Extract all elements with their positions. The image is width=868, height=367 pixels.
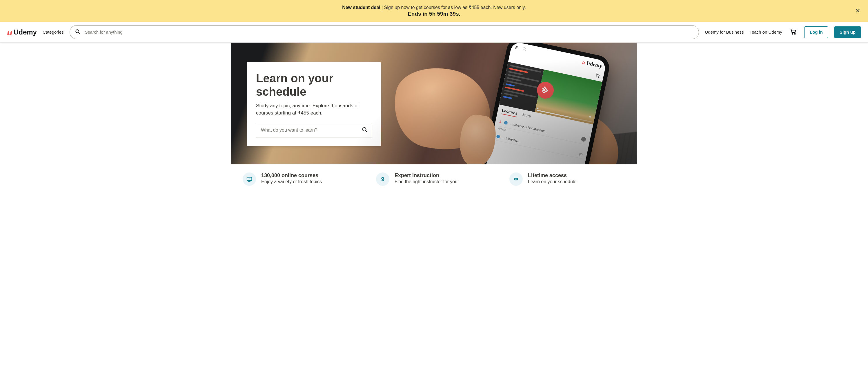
status-dot-icon <box>496 134 500 139</box>
hero-image: u Udemy <box>231 42 637 164</box>
hero-search-input[interactable] <box>256 123 372 137</box>
svg-point-9 <box>382 178 383 179</box>
hero-search-button[interactable] <box>360 125 370 136</box>
header: u Udemy Categories Udemy for Business Te… <box>0 22 868 42</box>
phone-logo: u Udemy <box>582 59 602 69</box>
phone-mockup: u Udemy <box>477 42 612 164</box>
signup-button[interactable]: Sign up <box>834 26 861 38</box>
teach-link[interactable]: Teach on Udemy <box>749 30 782 34</box>
play-monitor-icon <box>243 173 256 186</box>
promo-bold: New student deal <box>342 5 380 10</box>
hero-card: Learn on your schedule Study any topic, … <box>247 62 381 146</box>
phone-tab-more: More <box>522 113 531 120</box>
logo-text: Udemy <box>13 28 37 36</box>
feature-lifetime: Lifetime access Learn on your schedule <box>509 173 625 186</box>
promo-text: New student deal | Sign up now to get co… <box>11 5 857 10</box>
feature-expert: Expert instruction Find the right instru… <box>376 173 492 186</box>
menu-icon <box>514 45 520 52</box>
categories-link[interactable]: Categories <box>42 30 64 34</box>
phone-tab-lectures: Lectures <box>501 108 518 117</box>
cart-icon <box>790 32 797 36</box>
features-row: 130,000 online courses Enjoy a variety o… <box>231 164 637 189</box>
svg-point-6 <box>363 127 366 131</box>
search-icon <box>362 130 368 134</box>
login-button[interactable]: Log in <box>804 26 828 38</box>
infinity-icon <box>509 173 523 186</box>
feature-title: 130,000 online courses <box>261 173 322 179</box>
logo-mark-icon: u <box>7 27 12 37</box>
close-icon <box>855 9 861 14</box>
search-input[interactable] <box>69 25 699 39</box>
svg-point-4 <box>596 77 597 77</box>
hero-subtitle: Study any topic, anytime. Explore thousa… <box>256 102 372 117</box>
award-icon <box>376 173 390 186</box>
cart-button[interactable] <box>788 26 799 38</box>
promo-banner: New student deal | Sign up now to get co… <box>0 0 868 22</box>
phone-screen: u Udemy <box>482 42 607 164</box>
svg-point-3 <box>523 47 525 50</box>
header-search <box>69 25 699 39</box>
svg-point-1 <box>792 34 793 34</box>
play-small-icon <box>537 107 539 110</box>
svg-point-5 <box>598 77 599 78</box>
feature-title: Lifetime access <box>528 173 576 179</box>
feature-courses: 130,000 online courses Enjoy a variety o… <box>243 173 359 186</box>
svg-point-0 <box>76 30 79 33</box>
feature-title: Expert instruction <box>395 173 458 179</box>
status-dot-icon <box>504 121 508 125</box>
promo-countdown: Ends in 5h 59m 39s. <box>11 11 857 17</box>
hero-search <box>256 123 372 137</box>
download-icon <box>581 136 586 142</box>
search-icon <box>522 47 527 53</box>
svg-point-2 <box>795 34 796 34</box>
business-link[interactable]: Udemy for Business <box>705 30 744 34</box>
feature-sub: Find the right instructor for you <box>395 179 458 184</box>
cart-icon <box>595 73 600 79</box>
hero-title: Learn on your schedule <box>256 71 372 98</box>
hero-section: u Udemy <box>231 42 637 164</box>
promo-close-button[interactable] <box>854 6 862 16</box>
logo[interactable]: u Udemy <box>7 27 37 37</box>
search-icon <box>75 29 81 36</box>
feature-sub: Enjoy a variety of fresh topics <box>261 179 322 184</box>
feature-sub: Learn on your schedule <box>528 179 576 184</box>
speaker-icon <box>588 115 593 121</box>
